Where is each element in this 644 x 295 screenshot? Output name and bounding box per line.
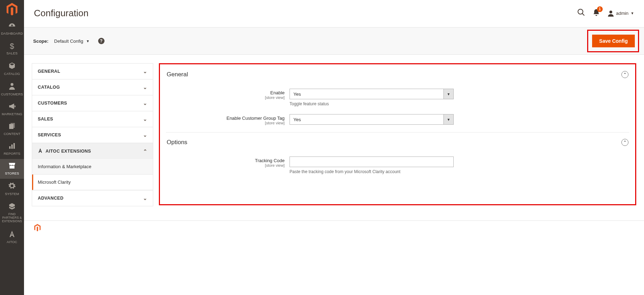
nav-reports[interactable]: REPORTS: [0, 139, 24, 159]
section-label: SALES: [38, 117, 53, 122]
nav-dashboard[interactable]: DASHBOARD: [0, 19, 24, 39]
field-row-tracking-code: Tracking Code [store view] Paste the tra…: [166, 157, 629, 174]
magento-logo-icon: [34, 224, 41, 232]
field-scope: [store view]: [166, 95, 285, 100]
nav-label: STORES: [5, 171, 19, 175]
enable-select[interactable]: Yes ▼: [290, 89, 454, 99]
customer-group-select[interactable]: Yes ▼: [290, 114, 454, 125]
field-scope: [store view]: [166, 163, 285, 167]
fieldset-options-header[interactable]: Options ⌃: [166, 135, 629, 150]
subtab-information-marketplace[interactable]: Information & Marketplace: [32, 159, 153, 175]
store-icon: [8, 163, 16, 170]
svg-rect-5: [13, 143, 15, 149]
tab-customers[interactable]: CUSTOMERS⌄: [32, 95, 153, 111]
admin-sidebar: DASHBOARD $ SALES CATALOG CUSTOMERS MARK…: [0, 0, 24, 235]
aitoc-icon: [9, 230, 15, 235]
subtab-microsoft-clarity[interactable]: Microsoft Clarity: [32, 175, 153, 190]
magento-logo-icon: [6, 3, 18, 16]
field-note: Paste the tracking code from your Micros…: [290, 169, 454, 174]
fieldset-general-header[interactable]: General ⌃: [166, 67, 629, 82]
help-tooltip-icon[interactable]: ?: [98, 38, 105, 44]
pages-icon: [9, 123, 15, 131]
scope-value: Default Config: [54, 39, 83, 44]
aitoc-mini-icon: [38, 148, 43, 154]
header-actions: 1 admin ▼: [577, 8, 634, 18]
section-label: GENERAL: [38, 69, 60, 74]
chevron-down-icon: ⌄: [143, 132, 147, 138]
chevron-down-icon: ⌄: [143, 69, 147, 74]
field-label: Enable: [270, 90, 285, 95]
nav-marketing[interactable]: MARKETING: [0, 100, 24, 119]
fieldset-title: Options: [167, 139, 187, 146]
nav-sales[interactable]: $ SALES: [0, 39, 24, 59]
bars-icon: [9, 143, 15, 151]
svg-point-6: [578, 9, 583, 14]
svg-line-7: [582, 13, 584, 16]
nav-aitoc[interactable]: AITOC: [0, 227, 24, 235]
select-value: Yes: [293, 117, 301, 122]
nav-label: CUSTOMERS: [1, 92, 23, 96]
nav-label: SALES: [6, 51, 18, 55]
field-note: Toggle feature status: [290, 101, 454, 106]
gauge-icon: [8, 23, 16, 30]
search-icon[interactable]: [577, 8, 585, 18]
box-icon: [8, 62, 16, 71]
tracking-code-input[interactable]: [290, 157, 454, 167]
nav-label: CONTENT: [4, 132, 20, 136]
user-menu[interactable]: admin ▼: [608, 10, 634, 17]
notification-badge: 1: [597, 6, 603, 12]
nav-label: MARKETING: [2, 112, 22, 116]
nav-customers[interactable]: CUSTOMERS: [0, 79, 24, 100]
svg-rect-2: [11, 123, 15, 128]
svg-point-0: [11, 83, 13, 86]
nav-stores[interactable]: STORES: [0, 159, 24, 179]
tab-services[interactable]: SERVICES⌄: [32, 127, 153, 143]
notifications-icon[interactable]: 1: [593, 8, 600, 18]
gear-icon: [8, 182, 16, 191]
scope-bar: Scope: Default Config ▼ ? Save Config: [24, 27, 644, 55]
nav-catalog[interactable]: CATALOG: [0, 59, 24, 79]
chevron-down-icon: ⌄: [143, 100, 147, 106]
field-label: Enable Customer Group Tag: [226, 116, 285, 121]
save-config-button[interactable]: Save Config: [592, 35, 635, 47]
page-title: Configuration: [34, 8, 89, 19]
collapse-up-icon: ⌃: [621, 139, 628, 146]
nav-content[interactable]: CONTENT: [0, 119, 24, 139]
section-label: ADVANCED: [38, 196, 64, 201]
tab-general[interactable]: GENERAL⌄: [32, 64, 153, 79]
svg-rect-4: [11, 144, 13, 149]
tab-catalog[interactable]: CATALOG⌄: [32, 79, 153, 95]
nav-system[interactable]: SYSTEM: [0, 179, 24, 199]
fieldset-title: General: [167, 71, 188, 78]
page-header: Configuration 1 admin ▼: [24, 0, 644, 27]
chevron-down-icon: ⌄: [143, 84, 147, 90]
nav-label: REPORTS: [4, 152, 20, 155]
caret-down-icon: ▼: [631, 11, 634, 15]
chevron-down-icon: ⌄: [143, 195, 147, 201]
magento-logo[interactable]: [0, 0, 24, 19]
user-icon: [608, 10, 614, 17]
config-tabs: GENERAL⌄ CATALOG⌄ CUSTOMERS⌄ SALES⌄ SERV…: [32, 63, 153, 206]
nav-label: DASHBOARD: [1, 31, 23, 35]
tab-aitoc-extensions[interactable]: AITOC EXTENSIONS ⌄ Information & Marketp…: [32, 143, 153, 190]
tab-sales[interactable]: SALES⌄: [32, 111, 153, 127]
svg-point-8: [609, 11, 612, 13]
svg-rect-3: [9, 146, 11, 149]
section-label: CUSTOMERS: [38, 101, 67, 106]
nav-partners[interactable]: FIND PARTNERS & EXTENSIONS: [0, 199, 24, 227]
section-label: AITOC EXTENSIONS: [46, 149, 91, 154]
nav-label: FIND PARTNERS & EXTENSIONS: [1, 212, 23, 223]
chevron-down-icon: ⌄: [143, 116, 147, 122]
field-row-enable: Enable [store view] Yes ▼ Toggle feature…: [166, 89, 629, 106]
user-name: admin: [616, 11, 628, 16]
scope-label: Scope:: [33, 39, 48, 44]
section-label: SERVICES: [38, 132, 61, 137]
dollar-icon: $: [10, 42, 14, 50]
nav-label: SYSTEM: [5, 192, 19, 196]
collapse-up-icon: ⌃: [621, 71, 628, 78]
field-row-customer-group: Enable Customer Group Tag [store view] Y…: [166, 114, 629, 125]
scope-selector[interactable]: Default Config ▼: [54, 39, 89, 44]
field-scope: [store view]: [166, 121, 285, 125]
tab-advanced[interactable]: ADVANCED⌄: [32, 190, 153, 206]
dropdown-toggle-icon: ▼: [443, 114, 453, 124]
